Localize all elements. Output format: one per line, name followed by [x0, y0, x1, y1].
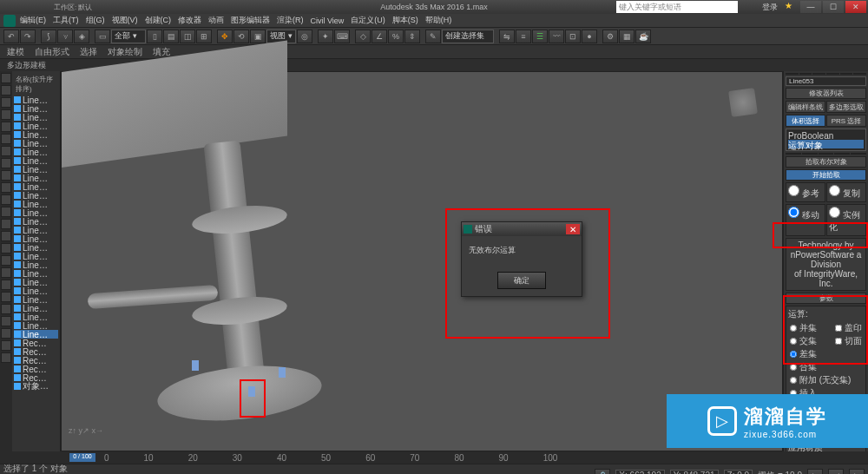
time-slider[interactable]: 0 / 100 0102030405060708090100: [0, 451, 868, 464]
op-imprint[interactable]: 盖印: [835, 322, 862, 334]
op-union[interactable]: 并集: [790, 322, 817, 334]
op-intersect[interactable]: 交集: [790, 335, 817, 347]
menu-create[interactable]: 创建(C): [142, 15, 174, 26]
menu-edit[interactable]: 编辑(E): [17, 15, 49, 26]
scene-item[interactable]: Line…: [14, 304, 58, 313]
scene-item[interactable]: Line…: [14, 95, 58, 104]
menu-script[interactable]: 脚本(S): [390, 15, 421, 26]
tool-icon[interactable]: [1, 280, 11, 290]
scene-item[interactable]: Line…: [14, 208, 58, 217]
material-button[interactable]: ●: [582, 30, 597, 43]
tool-icon[interactable]: [1, 352, 11, 363]
help-search-input[interactable]: 键入关键字或短语: [616, 1, 738, 13]
create-tab[interactable]: [786, 73, 799, 75]
minimize-button[interactable]: —: [800, 1, 821, 13]
filter-dropdown[interactable]: 全部 ▾: [111, 30, 146, 43]
scene-item[interactable]: Rec…: [14, 365, 58, 373]
viewcube[interactable]: [721, 81, 765, 124]
undo-button[interactable]: ↶: [3, 30, 19, 43]
schematic-button[interactable]: ⊡: [565, 30, 581, 43]
keyboard-button[interactable]: ⌨: [334, 30, 350, 43]
tool-icon[interactable]: [1, 255, 11, 266]
signin-link[interactable]: 登录: [762, 2, 778, 13]
scene-item[interactable]: Line…: [14, 217, 58, 226]
tool-icon[interactable]: [1, 170, 11, 181]
scene-item[interactable]: Line…: [14, 122, 58, 130]
pivot-button[interactable]: ◎: [297, 30, 312, 43]
tool-icon[interactable]: [1, 304, 11, 314]
coord-x[interactable]: X: 662.102: [615, 470, 664, 475]
hierarchy-tab[interactable]: [812, 73, 825, 75]
object-name-field[interactable]: Line053: [786, 76, 866, 86]
menu-grapheditors[interactable]: 图形编辑器: [228, 15, 273, 26]
tool-icon[interactable]: [1, 73, 11, 83]
tool-icon[interactable]: [1, 340, 11, 351]
scene-item[interactable]: Line…: [14, 139, 58, 148]
scene-item[interactable]: Line…: [14, 330, 58, 339]
menu-customize[interactable]: 自定义(U): [348, 15, 388, 26]
angle-snap-button[interactable]: ∠: [372, 30, 387, 43]
opt-reference[interactable]: 参考: [788, 188, 819, 198]
menu-help[interactable]: 帮助(H): [423, 15, 455, 26]
render-frame-button[interactable]: ▦: [619, 30, 635, 43]
select-region-button[interactable]: ◫: [180, 30, 195, 43]
menu-group[interactable]: 组(G): [83, 15, 108, 26]
layers-button[interactable]: ☰: [532, 30, 548, 43]
stack-tool-btn[interactable]: [851, 153, 866, 155]
motion-tab[interactable]: [826, 73, 839, 75]
unlink-button[interactable]: ⟇: [57, 30, 73, 43]
scene-item[interactable]: Line…: [14, 148, 58, 156]
scene-item[interactable]: Line…: [14, 269, 58, 278]
scene-item[interactable]: Line…: [14, 252, 58, 260]
scene-item[interactable]: Line…: [14, 226, 58, 234]
stack-tool-btn[interactable]: [834, 153, 850, 155]
stack-tool-btn[interactable]: [786, 153, 801, 155]
percent-snap-button[interactable]: %: [388, 30, 404, 43]
menu-render[interactable]: 渲染(R): [274, 15, 306, 26]
bind-button[interactable]: ◈: [74, 30, 89, 43]
coord-y[interactable]: Y: 848.721: [670, 470, 719, 475]
tool-icon[interactable]: [1, 194, 11, 205]
scene-item[interactable]: Line…: [14, 278, 58, 286]
tool-icon[interactable]: [1, 207, 11, 217]
stack-btn-prs[interactable]: PRS 选择: [826, 115, 866, 127]
menu-modifiers[interactable]: 修改器: [175, 15, 204, 26]
scene-item[interactable]: Rec…: [14, 347, 58, 356]
menu-view[interactable]: 视图(V): [109, 15, 141, 26]
op-cookie[interactable]: 切面: [835, 335, 862, 347]
render-button[interactable]: ☕: [635, 30, 651, 43]
maximize-button[interactable]: ☐: [823, 1, 844, 13]
scene-header[interactable]: 名称(按升序排序): [14, 73, 58, 95]
op-merge[interactable]: 合集: [790, 361, 862, 373]
menu-tools[interactable]: 工具(T): [50, 15, 82, 26]
scene-item[interactable]: Line…: [14, 182, 58, 191]
tool-icon[interactable]: [1, 122, 11, 132]
next-frame-button[interactable]: ▶: [849, 469, 865, 475]
favorite-icon[interactable]: ★: [785, 1, 799, 13]
scene-item[interactable]: Line…: [14, 156, 58, 165]
stack-tool-btn[interactable]: [802, 153, 818, 155]
prev-frame-button[interactable]: ◀: [828, 469, 844, 475]
scene-item[interactable]: Line…: [14, 174, 58, 182]
op-attach[interactable]: 附加 (无交集): [790, 374, 862, 386]
scale-button[interactable]: ▣: [250, 30, 266, 43]
tool-icon[interactable]: [1, 219, 11, 229]
named-selection-dropdown[interactable]: 创建选择集: [442, 30, 494, 43]
tab-editspline[interactable]: 编辑样条线: [786, 101, 825, 113]
coord-z[interactable]: Z: 0.0: [724, 470, 753, 475]
tool-icon[interactable]: [1, 182, 11, 193]
named-sel-edit-button[interactable]: ✎: [425, 30, 441, 43]
stack-item-selected[interactable]: 运算对象: [788, 140, 864, 148]
scene-item[interactable]: Line…: [14, 113, 58, 122]
scene-item[interactable]: Line…: [14, 295, 58, 304]
scene-item[interactable]: Line…: [14, 200, 58, 208]
tool-icon[interactable]: [1, 231, 11, 241]
ribbon-freeform[interactable]: 自由形式: [35, 46, 69, 58]
start-pick-button[interactable]: 开始拾取: [786, 169, 866, 181]
scene-item[interactable]: Line…: [14, 321, 58, 330]
scene-item[interactable]: Rec…: [14, 339, 58, 347]
op-subtract[interactable]: 差集: [790, 348, 862, 360]
tool-icon[interactable]: [1, 85, 11, 95]
scene-item[interactable]: Line…: [14, 260, 58, 269]
scene-item[interactable]: Line…: [14, 313, 58, 321]
